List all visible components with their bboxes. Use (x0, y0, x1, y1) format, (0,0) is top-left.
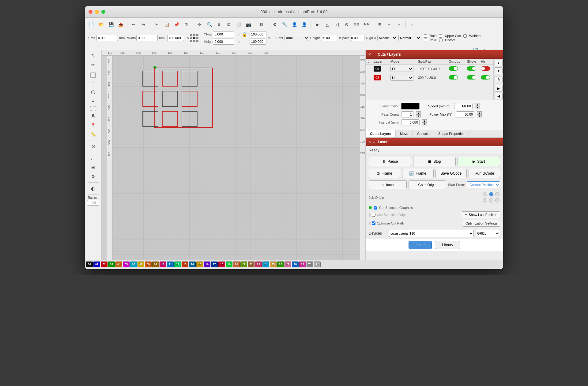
expand-button[interactable]: ▶ (495, 85, 503, 92)
pin-tool-button[interactable]: 📍 (88, 121, 99, 129)
upper-case-checkbox[interactable] (439, 34, 442, 38)
tab-move[interactable]: Move (396, 130, 413, 137)
show-toggle-2[interactable] (467, 75, 476, 80)
interval-up[interactable]: ▲ (422, 119, 427, 122)
canvas-main[interactable]: 335 330 325 320 315 310 305 300 295 (107, 56, 365, 260)
delete-layer-button[interactable]: 🗑 (495, 76, 503, 83)
extra1-button[interactable]: ⊞ (375, 20, 384, 29)
color-chip-T1[interactable]: T1 (307, 262, 313, 267)
delete-button[interactable]: 🗑 (182, 20, 191, 29)
zoom-out-button[interactable]: ⊖ (214, 20, 224, 29)
user2-button[interactable]: 👤 (300, 20, 309, 29)
open-file-button[interactable]: 📂 (96, 20, 106, 29)
paste-button[interactable]: 📌 (172, 20, 181, 29)
color-chip-08[interactable]: 08 (145, 262, 152, 267)
power-up[interactable]: ▲ (477, 111, 482, 114)
tab-shape-properties[interactable]: Shape Properties (434, 130, 469, 137)
height-input[interactable] (213, 39, 234, 45)
arc-tool-button[interactable] (90, 106, 96, 111)
edit-nodes-button[interactable]: ✏ (88, 61, 99, 69)
speed-down[interactable]: ▼ (475, 106, 480, 109)
new-file-button[interactable]: 📄 (87, 20, 96, 29)
reflect-button[interactable]: ◁ (332, 20, 341, 29)
settings-button[interactable]: ⚙ (270, 20, 279, 29)
table-row[interactable]: 02 Line 309.0 / 80.0 (366, 73, 493, 82)
color-chip-04[interactable]: 04 (115, 262, 122, 267)
triangle-button[interactable]: △ (322, 20, 332, 29)
color-chip-09[interactable]: 09 (152, 262, 159, 267)
color-chip-02[interactable]: 02 (101, 262, 107, 267)
color-chip-07[interactable]: 07 (138, 262, 144, 267)
start-button[interactable]: ▶ Start (458, 157, 500, 166)
tools-button[interactable]: 🔧 (280, 20, 289, 29)
color-chip-15[interactable]: 15 (196, 262, 203, 267)
rotate-button[interactable]: ⊙ (342, 20, 351, 29)
grbl-select[interactable]: GRBL (476, 230, 500, 237)
star-tool-button[interactable]: ✦ (88, 97, 99, 106)
run-gcode-button[interactable]: Run GCode (469, 169, 500, 178)
power-down[interactable]: ▼ (477, 114, 482, 117)
show-last-position-button[interactable]: ✛ Show Last Position (462, 211, 500, 218)
devices-select[interactable]: cu.usbserial-110 (389, 230, 474, 237)
height-pct-input1[interactable] (250, 31, 266, 37)
camera-button[interactable]: 📷 (244, 20, 253, 29)
air-toggle-2[interactable] (481, 75, 490, 80)
frame-button[interactable]: ⬜ (234, 20, 243, 29)
color-chip-14[interactable]: 14 (189, 262, 196, 267)
text-tool-button[interactable]: A (88, 112, 99, 120)
laser-close-button[interactable]: ✕ (368, 140, 371, 144)
zoom-in-button[interactable]: 🔍 (205, 20, 214, 29)
font-select[interactable]: Arial (285, 35, 309, 41)
overflow-button[interactable]: » (394, 20, 404, 29)
color-chip-22[interactable]: 22 (248, 262, 254, 267)
color-chip-19[interactable]: 19 (226, 262, 232, 267)
height-pct-input2[interactable] (250, 39, 266, 45)
distort-checkbox[interactable] (439, 39, 443, 42)
lock-icon[interactable]: 🔒 (242, 32, 247, 37)
color-chip-11[interactable]: 11 (167, 262, 174, 267)
minimize-button[interactable] (95, 10, 99, 14)
start-from-select[interactable]: Current Position (467, 181, 500, 188)
play-button[interactable]: ▶ (313, 20, 322, 29)
stop-button[interactable]: ⏹ Stop (413, 157, 456, 166)
origin-dot-6[interactable] (495, 198, 499, 202)
origin-dot-3[interactable] (495, 192, 499, 196)
undo-button[interactable]: ↩ (129, 20, 138, 29)
color-chip-00[interactable]: 00 (86, 262, 93, 267)
xpos-input[interactable] (96, 35, 118, 41)
laser-tab-button[interactable]: Laser (409, 241, 432, 249)
frame2-button[interactable]: 🔄 Frame (402, 169, 434, 178)
origin-dot-2[interactable] (489, 192, 493, 196)
node-button[interactable]: ⊙ (88, 142, 99, 150)
color-chip-21[interactable]: 21 (240, 262, 247, 267)
color-chip-10[interactable]: 10 (160, 262, 166, 267)
align2-button[interactable]: ❖❖ (362, 20, 371, 29)
zoom-fit-button[interactable]: ⊡ (224, 20, 233, 29)
power-max-input[interactable] (456, 111, 474, 117)
table-row[interactable]: 00 Fill 14000.0 / 30.0 (366, 65, 493, 73)
close-button[interactable] (89, 10, 92, 14)
frame1-button[interactable]: ⊡ Frame (369, 169, 400, 178)
dots-button[interactable]: ⋮⋮ (88, 154, 99, 162)
color-chip-06[interactable]: 06 (130, 262, 137, 267)
screen-button[interactable]: 🖥 (257, 20, 266, 29)
tab-console[interactable]: Console (413, 130, 434, 137)
settings2-button[interactable]: ⚙ (88, 172, 99, 181)
origin-dot-1[interactable] (483, 192, 487, 196)
text-height-input[interactable] (321, 35, 336, 41)
pass-down[interactable]: ▼ (416, 114, 421, 117)
redo-button[interactable]: ↪ (139, 20, 148, 29)
color-chip-13[interactable]: 13 (182, 262, 188, 267)
color-chip-29[interactable]: 29 (299, 262, 306, 267)
color-chip-16[interactable]: 16 (204, 262, 210, 267)
color-chip-27[interactable]: 27 (285, 262, 291, 267)
collapse-button[interactable]: ◀ (495, 93, 503, 99)
color-chip-18[interactable]: 18 (218, 262, 225, 267)
color-chip-25[interactable]: 25 (270, 262, 277, 267)
interval-down[interactable]: ▼ (422, 122, 427, 125)
grid-button[interactable]: ⊞ (88, 163, 99, 172)
width-pct-input[interactable] (167, 35, 184, 41)
align-x-select[interactable]: Middle (377, 35, 397, 41)
interval-input[interactable] (401, 119, 420, 125)
cut-selected-checkbox[interactable] (374, 206, 377, 210)
